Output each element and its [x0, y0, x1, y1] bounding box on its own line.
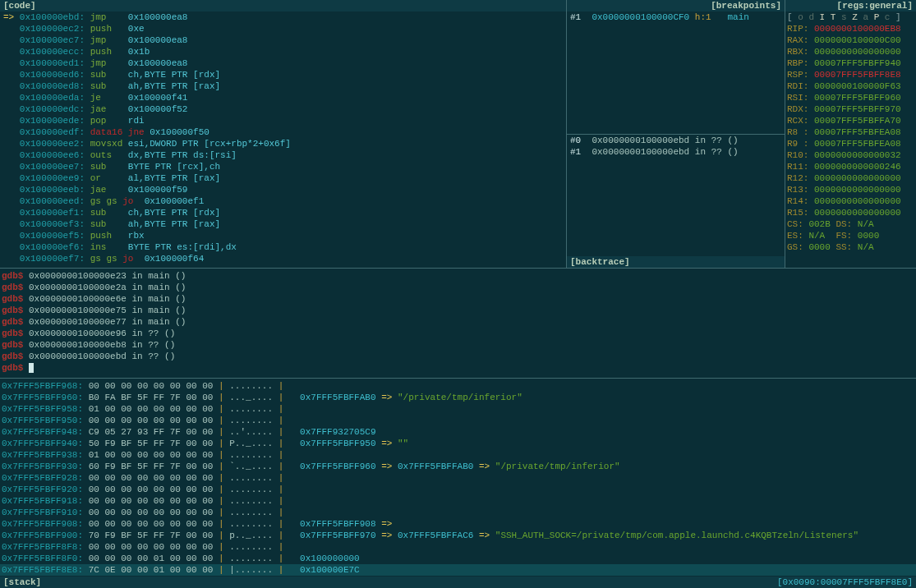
code-line[interactable]: 0x100000ed6: sub ch,BYTE PTR [rdx] [0, 69, 566, 80]
stack-title-text: [stack] [3, 577, 41, 587]
code-line[interactable]: 0x100000ef1: sub ch,BYTE PTR [rdx] [0, 207, 566, 218]
code-line[interactable]: 0x100000ee2: movsxd esi,DWORD PTR [rcx+r… [0, 138, 566, 149]
code-line[interactable]: 0x100000ee7: sub BYTE PTR [rcx],ch [0, 161, 566, 172]
code-line[interactable]: 0x100000ede: pop rdi [0, 115, 566, 126]
reg-row: RBP: 00007FFF5FBFF940 [785, 57, 916, 69]
reg-row: RIP: 0000000100000EB8 [785, 23, 916, 34]
reg-row: RDI: 0000000100000F63 [785, 80, 916, 92]
segreg-row: ES: N/A FS: 0000 [785, 230, 916, 241]
code-line[interactable]: 0x100000eda: je 0x100000f41 [0, 92, 566, 103]
code-line[interactable]: 0x100000ef7: gs gs jo 0x100000f64 [0, 253, 566, 264]
stack-row[interactable]: 0x7FFF5FBFF8F0: 00 00 00 00 01 00 00 00 … [0, 553, 916, 564]
gdb-line: gdb$ 0x0000000100000e96 in ?? () [0, 328, 916, 339]
code-title-text: [code] [3, 0, 36, 11]
gdb-pane[interactable]: gdb$ 0x0000000100000e23 in main ()gdb$ 0… [0, 269, 916, 378]
stack-row[interactable]: 0x7FFF5FBFF928: 00 00 00 00 00 00 00 00 … [0, 472, 916, 484]
footer: [stack] [0x0090:00007FFF5FBFF8E0] [0, 577, 916, 588]
breakpoint-row[interactable]: #1 0x0000000100000CF0 h:1 main [567, 11, 785, 23]
stack-row[interactable]: 0x7FFF5FBFF968: 00 00 00 00 00 00 00 00 … [0, 380, 916, 392]
code-line[interactable]: 0x100000ec7: jmp 0x100000ea8 [0, 34, 566, 46]
backtrace-pane[interactable]: #0 0x0000000100000ebd in ?? ()#1 0x00000… [567, 135, 785, 268]
regs-title-text: [regs:general] [837, 0, 913, 11]
segreg-row: CS: 002B DS: N/A [785, 218, 916, 230]
stack-row[interactable]: 0x7FFF5FBFF8E8: 7C 0E 00 00 01 00 00 00 … [0, 564, 916, 576]
breakpoints-pane[interactable]: [breakpoints] #1 0x0000000100000CF0 h:1 … [567, 0, 785, 134]
code-line[interactable]: 0x100000edf: data16 jne 0x100000f50 [0, 126, 566, 138]
code-line[interactable]: 0x100000eed: gs gs jo 0x100000ef1 [0, 195, 566, 207]
stack-row[interactable]: 0x7FFF5FBFF900: 70 F9 BF 5F FF 7F 00 00 … [0, 530, 916, 541]
stack-row[interactable]: 0x7FFF5FBFF8F8: 00 00 00 00 00 00 00 00 … [0, 541, 916, 553]
gdb-line: gdb$ 0x0000000100000e23 in main () [0, 270, 916, 282]
stack-pane[interactable]: 0x7FFF5FBFF968: 00 00 00 00 00 00 00 00 … [0, 379, 916, 577]
stack-row[interactable]: 0x7FFF5FBFF948: C9 05 27 93 FF 7F 00 00 … [0, 426, 916, 438]
backtrace-row[interactable]: #0 0x0000000100000ebd in ?? () [567, 135, 785, 146]
code-pane[interactable]: [code] => 0x100000ebd: jmp 0x100000ea8 0… [0, 0, 566, 268]
code-line[interactable]: 0x100000ed1: jmp 0x100000ea8 [0, 57, 566, 69]
stack-row[interactable]: 0x7FFF5FBFF920: 00 00 00 00 00 00 00 00 … [0, 484, 916, 495]
reg-row: RBX: 0000000000000000 [785, 46, 916, 57]
code-line[interactable]: 0x100000edc: jae 0x100000f52 [0, 103, 566, 115]
reg-row: R12: 0000000000000000 [785, 172, 916, 184]
code-line[interactable]: 0x100000eeb: jae 0x100000f59 [0, 184, 566, 195]
code-line[interactable]: => 0x100000ebd: jmp 0x100000ea8 [0, 11, 566, 23]
reg-row: R8 : 00007FFF5FBFEA08 [785, 126, 916, 138]
stack-row[interactable]: 0x7FFF5FBFF930: 60 F9 BF 5F FF 7F 00 00 … [0, 461, 916, 472]
regs-flags: [ o d I T s Z a P c ] [785, 11, 916, 23]
stack-row[interactable]: 0x7FFF5FBFF960: B0 FA BF 5F FF 7F 00 00 … [0, 392, 916, 403]
stack-row[interactable]: 0x7FFF5FBFF940: 50 F9 BF 5F FF 7F 00 00 … [0, 438, 916, 449]
gdb-line: gdb$ 0x0000000100000e6e in main () [0, 293, 916, 305]
code-line[interactable]: 0x100000ef3: sub ah,BYTE PTR [rax] [0, 218, 566, 230]
reg-row: RCX: 00007FFF5FBFFA70 [785, 115, 916, 126]
code-line[interactable]: 0x100000ef6: ins BYTE PTR es:[rdi],dx [0, 241, 566, 253]
regs-title: [regs:general] [785, 0, 916, 11]
cursor [29, 363, 34, 373]
gdb-line: gdb$ 0x0000000100000e75 in main () [0, 305, 916, 316]
stack-row[interactable]: 0x7FFF5FBFF958: 01 00 00 00 00 00 00 00 … [0, 403, 916, 415]
reg-row: RDX: 00007FFF5FBFF970 [785, 103, 916, 115]
footer-right-text: [0x0090:00007FFF5FBFF8E0] [777, 577, 913, 588]
reg-row: R14: 0000000000000000 [785, 195, 916, 207]
code-title: [code] [0, 0, 566, 11]
stack-row[interactable]: 0x7FFF5FBFF950: 00 00 00 00 00 00 00 00 … [0, 415, 916, 426]
reg-row: RSI: 00007FFF5FBFF960 [785, 92, 916, 103]
reg-row: R13: 0000000000000000 [785, 184, 916, 195]
stack-row[interactable]: 0x7FFF5FBFF910: 00 00 00 00 00 00 00 00 … [0, 507, 916, 518]
backtrace-title: [backtrace] [567, 256, 785, 268]
reg-row: R10: 0000000000000032 [785, 149, 916, 161]
stack-row[interactable]: 0x7FFF5FBFF908: 00 00 00 00 00 00 00 00 … [0, 518, 916, 530]
regs-pane[interactable]: [regs:general] [ o d I T s Z a P c ]RIP:… [785, 0, 916, 268]
stack-row[interactable]: 0x7FFF5FBFF918: 00 00 00 00 00 00 00 00 … [0, 495, 916, 507]
code-line[interactable]: 0x100000ee6: outs dx,BYTE PTR ds:[rsi] [0, 149, 566, 161]
gdb-prompt[interactable]: gdb$ [0, 362, 916, 374]
reg-row: R11: 0000000000000246 [785, 161, 916, 172]
code-line[interactable]: 0x100000ee9: or al,BYTE PTR [rax] [0, 172, 566, 184]
gdb-line: gdb$ 0x0000000100000e2a in main () [0, 282, 916, 293]
breakpoints-title: [breakpoints] [567, 0, 785, 11]
code-line[interactable]: 0x100000ef5: push rbx [0, 230, 566, 241]
code-line[interactable]: 0x100000ed8: sub ah,BYTE PTR [rax] [0, 80, 566, 92]
reg-row: RSP: 00007FFF5FBFF8E8 [785, 69, 916, 80]
code-line[interactable]: 0x100000ec2: push 0xe [0, 23, 566, 34]
reg-row: R15: 0000000000000000 [785, 207, 916, 218]
reg-row: R9 : 00007FFF5FBFEA08 [785, 138, 916, 149]
gdb-line: gdb$ 0x0000000100000eb8 in ?? () [0, 339, 916, 351]
backtrace-title-text: [backtrace] [570, 256, 630, 268]
breakpoints-title-text: [breakpoints] [711, 0, 781, 11]
segreg-row: GS: 0000 SS: N/A [785, 241, 916, 253]
stack-row[interactable]: 0x7FFF5FBFF938: 01 00 00 00 00 00 00 00 … [0, 449, 916, 461]
reg-row: RAX: 0000000100000C00 [785, 34, 916, 46]
gdb-line: gdb$ 0x0000000100000ebd in ?? () [0, 351, 916, 362]
gdb-line: gdb$ 0x0000000100000e77 in main () [0, 316, 916, 328]
backtrace-row[interactable]: #1 0x0000000100000ebd in ?? () [567, 146, 785, 158]
code-line[interactable]: 0x100000ecc: push 0x1b [0, 46, 566, 57]
